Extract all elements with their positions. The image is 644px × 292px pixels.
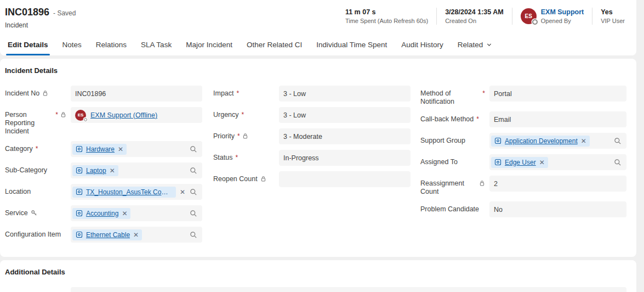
stat-value: Yes	[601, 8, 625, 16]
search-icon[interactable]	[190, 231, 197, 239]
incident-details-form: Incident NoINC01896Person Reporting Inci…	[5, 86, 626, 248]
remove-record-icon[interactable]: ✕	[110, 167, 115, 174]
search-icon[interactable]	[614, 159, 622, 166]
avatar-initials: ES	[525, 13, 532, 19]
tab-other-related-ci[interactable]: Other Related CI	[240, 36, 309, 55]
search-icon[interactable]	[190, 145, 197, 153]
tab-notes[interactable]: Notes	[55, 36, 89, 55]
search-icon[interactable]	[190, 210, 197, 217]
text-field[interactable]: 3 - Moderate	[279, 128, 411, 144]
field-row-method-of-notification: Method of Notification*Portal	[420, 86, 626, 106]
text-field[interactable]: In-Progress	[279, 150, 411, 166]
lookup-field[interactable]: Edge User✕	[489, 154, 626, 170]
opened-by-link[interactable]: EXM Support	[541, 8, 584, 16]
record-link[interactable]: Application Development	[505, 137, 578, 145]
text-field[interactable]: 3 - Low	[279, 107, 411, 123]
search-icon[interactable]	[190, 188, 197, 196]
remove-record-icon[interactable]: ✕	[581, 138, 586, 144]
title-block: INC01896 - Saved Incident	[5, 7, 76, 29]
required-asterisk: *	[55, 111, 58, 118]
tab-audit-history[interactable]: Audit History	[394, 36, 451, 55]
field-value: 3 - Low	[283, 90, 306, 98]
field-row-configuration-item: Configuration ItemEthernet Cable✕	[5, 227, 202, 243]
lookup-field[interactable]: Ethernet Cable✕	[71, 227, 202, 243]
field-row-problem-candidate: Problem CandidateNo	[420, 201, 626, 217]
key-icon	[31, 210, 37, 216]
field-label: Location	[5, 184, 71, 196]
person-link[interactable]: EXM Support (Offline)	[90, 111, 157, 119]
tab-label: Related	[458, 41, 483, 49]
record-link[interactable]: TX_Houston_AsusTek Computer_...	[86, 188, 173, 196]
tab-relations[interactable]: Relations	[89, 36, 134, 55]
lookup-field[interactable]: Accounting✕	[71, 205, 202, 221]
tab-label: Notes	[62, 41, 82, 49]
record-link[interactable]: Ethernet Cable	[86, 231, 130, 239]
chevron-down-icon	[486, 42, 492, 48]
tab-sla-task[interactable]: SLA Task	[134, 36, 179, 55]
lookup-field[interactable]: Hardware✕	[71, 141, 202, 157]
text-field[interactable]: INC01896	[71, 86, 202, 102]
record-link[interactable]: Edge User	[505, 159, 536, 166]
search-icon[interactable]	[190, 167, 197, 175]
field-label-text: Urgency	[213, 111, 239, 119]
field-row-short-description: Short Description*Laptop Screen Flickeri…	[5, 287, 626, 292]
stat-label: Opened By	[541, 18, 584, 24]
remove-record-icon[interactable]: ✕	[133, 232, 139, 238]
required-asterisk: *	[476, 116, 479, 122]
text-field[interactable]: No	[489, 201, 626, 217]
remove-record-icon[interactable]: ✕	[118, 146, 123, 153]
record-link[interactable]: Accounting	[86, 210, 118, 217]
avatar: ES	[75, 110, 86, 121]
header-stat-opened-by: ESEXM SupportOpened By	[512, 8, 592, 25]
lookup-field[interactable]: TX_Houston_AsusTek Computer_...✕	[71, 184, 202, 200]
stat-text: YesVIP User	[601, 8, 625, 24]
record-link[interactable]: Laptop	[86, 167, 106, 175]
remove-record-icon[interactable]: ✕	[122, 210, 127, 217]
form-column-2: Impact*3 - LowUrgency*3 - LowPriority*3 …	[213, 86, 411, 193]
remove-record-icon[interactable]: ✕	[539, 159, 545, 166]
tab-label: Other Related CI	[247, 41, 302, 49]
tab-individual-time-spent[interactable]: Individual Time Spent	[309, 36, 394, 55]
text-field[interactable]: Laptop Screen Flickering	[71, 287, 626, 292]
record-chip: Accounting✕	[72, 208, 130, 219]
record-chip: Edge User✕	[491, 157, 548, 168]
record-chip: Application Development✕	[491, 136, 590, 147]
text-field[interactable]	[279, 171, 411, 187]
search-icon[interactable]	[614, 137, 622, 145]
field-value: 3 - Low	[283, 111, 306, 119]
stat-text: 3/28/2024 1:35 AMCreated On	[445, 8, 504, 24]
stat-label: VIP User	[601, 18, 625, 24]
record-link[interactable]: Hardware	[86, 145, 115, 153]
tab-major-incident[interactable]: Major Incident	[179, 36, 240, 55]
text-field[interactable]: 3 - Low	[279, 86, 411, 102]
field-value: INC01896	[75, 90, 106, 98]
lock-icon	[42, 90, 48, 97]
field-value: 3 - Moderate	[283, 133, 322, 141]
person-field[interactable]: ESEXM Support (Offline)	[71, 107, 202, 123]
lookup-field[interactable]: Laptop✕	[71, 162, 202, 178]
tab-related[interactable]: Related	[451, 36, 500, 55]
text-field[interactable]: Email	[489, 111, 626, 127]
tab-label: Major Incident	[186, 41, 232, 49]
field-label: Status*	[213, 150, 279, 162]
field-label-text: Location	[5, 188, 31, 196]
tab-label: Edit Details	[8, 41, 48, 49]
tab-edit-details[interactable]: Edit Details	[1, 36, 55, 55]
stat-text: EXM SupportOpened By	[541, 8, 584, 24]
record-icon	[76, 167, 83, 174]
field-row-category: Category*Hardware✕	[5, 141, 202, 157]
field-label-text: Reassignment Count	[420, 179, 476, 196]
field-label: Priority*	[213, 128, 279, 141]
lookup-field[interactable]: Application Development✕	[489, 133, 626, 149]
field-label-text: Assigned To	[420, 158, 458, 166]
text-field[interactable]: Portal	[489, 86, 626, 102]
field-label-text: Method of Notification	[420, 89, 480, 106]
record-chip: Laptop✕	[72, 165, 118, 176]
field-row-person-reporting-incident: Person Reporting Incident*ESEXM Support …	[5, 107, 202, 136]
field-label-text: Priority	[213, 132, 235, 141]
tab-label: Relations	[96, 41, 127, 49]
record-icon	[76, 231, 83, 238]
field-row-assigned-to: Assigned ToEdge User✕	[420, 154, 626, 170]
text-field[interactable]: 2	[489, 176, 626, 192]
remove-record-icon[interactable]: ✕	[180, 189, 185, 195]
